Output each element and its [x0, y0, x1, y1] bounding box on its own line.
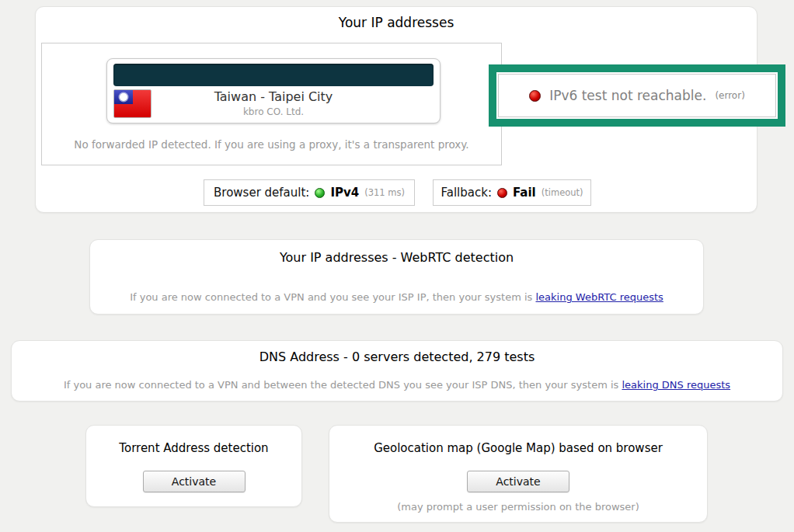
ipv6-status-box: IPv6 test not reachable. (error): [498, 74, 776, 117]
ip-result-panel: Taiwan - Taipei City kbro CO. Ltd. No fo…: [41, 43, 502, 165]
torrent-activate-button[interactable]: Activate: [143, 471, 246, 492]
webrtc-title: Your IP addresses - WebRTC detection: [90, 250, 703, 265]
forwarded-ip-note: No forwarded IP detected. If you are usi…: [42, 138, 501, 151]
geolocation-activate-button[interactable]: Activate: [467, 471, 569, 492]
fallback-status: Fallback: Fail (timeout): [433, 179, 591, 206]
torrent-title: Torrent Address detection: [86, 441, 301, 455]
status-dot-ok-icon: [315, 188, 325, 198]
ip-location-label: Taiwan - Taipei City: [107, 89, 440, 104]
ipv6-status-text: IPv6 test not reachable.: [549, 88, 706, 103]
geolocation-card: Geolocation map (Google Map) based on br…: [329, 425, 708, 523]
dns-description: If you are now connected to a VPN and be…: [12, 379, 782, 391]
ip-addresses-title: Your IP addresses: [36, 15, 757, 30]
ip-entry-card: Taiwan - Taipei City kbro CO. Ltd.: [106, 58, 441, 123]
webrtc-description: If you are now connected to a VPN and yo…: [90, 291, 703, 303]
webrtc-card: Your IP addresses - WebRTC detection If …: [89, 239, 704, 315]
dns-card: DNS Address - 0 servers detected, 279 te…: [11, 340, 783, 402]
torrent-card: Torrent Address detection Activate: [85, 425, 302, 507]
ip-isp-label: kbro CO. Ltd.: [107, 106, 440, 117]
fallback-value: Fail: [513, 186, 536, 200]
webrtc-description-text: If you are now connected to a VPN and yo…: [130, 291, 535, 303]
ipv6-highlight-annotation: IPv6 test not reachable. (error): [489, 64, 785, 127]
fallback-label: Fallback:: [441, 186, 491, 200]
status-dot-fail-icon: [497, 188, 507, 198]
browser-default-latency: (311 ms): [364, 187, 405, 198]
geolocation-permission-note: (may prompt a user permission on the bro…: [329, 501, 707, 513]
browser-default-label: Browser default:: [214, 186, 309, 200]
browser-default-status: Browser default: IPv4 (311 ms): [204, 179, 415, 206]
dns-leak-link[interactable]: leaking DNS requests: [622, 379, 730, 391]
status-dot-error-icon: [529, 90, 541, 102]
ip-addresses-card: Your IP addresses Taiwan - Taipei City k…: [35, 6, 757, 213]
dns-title: DNS Address - 0 servers detected, 279 te…: [12, 349, 782, 364]
ip-address-redacted: [113, 64, 434, 86]
browser-default-value: IPv4: [330, 186, 359, 200]
webrtc-leak-link[interactable]: leaking WebRTC requests: [535, 291, 663, 303]
ip-leak-test-page: Your IP addresses Taiwan - Taipei City k…: [0, 0, 794, 532]
dns-description-text: If you are now connected to a VPN and be…: [64, 379, 622, 391]
geolocation-title: Geolocation map (Google Map) based on br…: [329, 441, 707, 455]
ipv6-status-detail: (error): [715, 90, 744, 101]
fallback-detail: (timeout): [542, 187, 583, 198]
